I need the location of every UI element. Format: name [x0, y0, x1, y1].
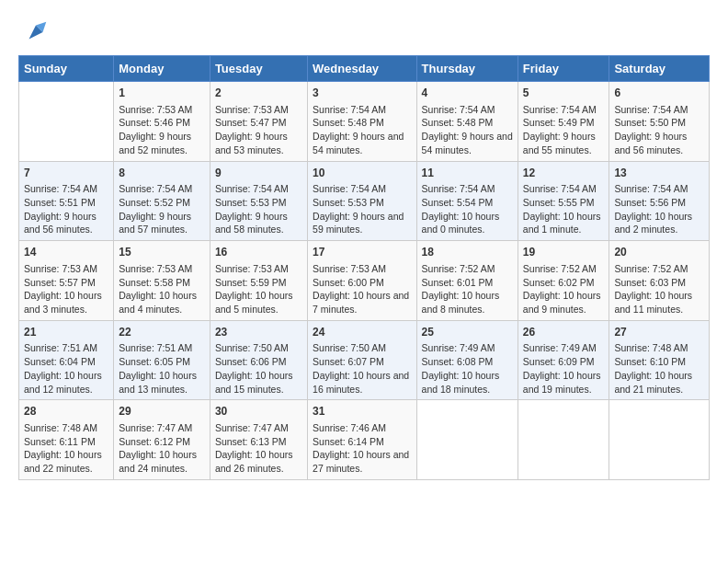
day-number: 13 [614, 166, 704, 181]
cell-content: Sunrise: 7:54 AMSunset: 5:48 PMDaylight:… [422, 103, 513, 157]
calendar-cell: 2Sunrise: 7:53 AMSunset: 5:47 PMDaylight… [210, 82, 307, 162]
calendar-cell: 8Sunrise: 7:54 AMSunset: 5:52 PMDaylight… [114, 161, 210, 241]
calendar-cell: 16Sunrise: 7:53 AMSunset: 5:59 PMDayligh… [210, 241, 307, 321]
week-row-2: 7Sunrise: 7:54 AMSunset: 5:51 PMDaylight… [19, 161, 710, 241]
day-number: 27 [614, 325, 704, 340]
calendar-table: SundayMondayTuesdayWednesdayThursdayFrid… [18, 55, 710, 480]
cell-content: Sunrise: 7:52 AMSunset: 6:01 PMDaylight:… [422, 262, 513, 316]
week-row-3: 14Sunrise: 7:53 AMSunset: 5:57 PMDayligh… [19, 241, 710, 321]
day-number: 6 [614, 86, 704, 101]
day-number: 2 [215, 86, 302, 101]
calendar-cell: 17Sunrise: 7:53 AMSunset: 6:00 PMDayligh… [308, 241, 416, 321]
calendar-cell: 21Sunrise: 7:51 AMSunset: 6:04 PMDayligh… [19, 320, 114, 400]
day-number: 31 [313, 404, 411, 419]
day-number: 16 [215, 245, 302, 260]
cell-content: Sunrise: 7:50 AMSunset: 6:07 PMDaylight:… [313, 341, 411, 396]
day-number: 18 [422, 245, 513, 260]
calendar-cell: 11Sunrise: 7:54 AMSunset: 5:54 PMDayligh… [416, 161, 518, 241]
cell-content: Sunrise: 7:48 AMSunset: 6:10 PMDaylight:… [614, 341, 704, 396]
cell-content: Sunrise: 7:50 AMSunset: 6:06 PMDaylight:… [215, 341, 302, 396]
week-row-4: 21Sunrise: 7:51 AMSunset: 6:04 PMDayligh… [19, 320, 710, 400]
calendar-cell: 22Sunrise: 7:51 AMSunset: 6:05 PMDayligh… [114, 320, 210, 400]
header-monday: Monday [114, 56, 210, 82]
cell-content: Sunrise: 7:52 AMSunset: 6:02 PMDaylight:… [523, 262, 605, 316]
cell-content: Sunrise: 7:54 AMSunset: 5:53 PMDaylight:… [215, 182, 302, 236]
cell-content: Sunrise: 7:54 AMSunset: 5:54 PMDaylight:… [422, 182, 513, 236]
cell-content: Sunrise: 7:53 AMSunset: 6:00 PMDaylight:… [313, 262, 411, 316]
cell-content: Sunrise: 7:54 AMSunset: 5:53 PMDaylight:… [313, 182, 411, 236]
day-number: 29 [119, 404, 205, 419]
calendar-cell [609, 400, 710, 480]
cell-content: Sunrise: 7:53 AMSunset: 5:58 PMDaylight:… [119, 262, 205, 316]
calendar-cell: 24Sunrise: 7:50 AMSunset: 6:07 PMDayligh… [308, 320, 416, 400]
calendar-cell: 27Sunrise: 7:48 AMSunset: 6:10 PMDayligh… [609, 320, 710, 400]
cell-content: Sunrise: 7:53 AMSunset: 5:47 PMDaylight:… [215, 103, 302, 157]
cell-content: Sunrise: 7:54 AMSunset: 5:50 PMDaylight:… [614, 103, 704, 157]
cell-content: Sunrise: 7:54 AMSunset: 5:52 PMDaylight:… [119, 182, 205, 236]
cell-content: Sunrise: 7:47 AMSunset: 6:13 PMDaylight:… [215, 421, 302, 476]
calendar-cell: 12Sunrise: 7:54 AMSunset: 5:55 PMDayligh… [518, 161, 609, 241]
day-number: 25 [422, 325, 513, 340]
calendar-cell: 30Sunrise: 7:47 AMSunset: 6:13 PMDayligh… [210, 400, 307, 480]
week-row-1: 1Sunrise: 7:53 AMSunset: 5:46 PMDaylight… [19, 82, 710, 162]
calendar-cell: 31Sunrise: 7:46 AMSunset: 6:14 PMDayligh… [308, 400, 416, 480]
day-number: 1 [119, 86, 205, 101]
calendar-cell: 19Sunrise: 7:52 AMSunset: 6:02 PMDayligh… [518, 241, 609, 321]
day-number: 15 [119, 245, 205, 260]
calendar-cell [416, 400, 518, 480]
calendar-cell: 14Sunrise: 7:53 AMSunset: 5:57 PMDayligh… [19, 241, 114, 321]
calendar-cell: 26Sunrise: 7:49 AMSunset: 6:09 PMDayligh… [518, 320, 609, 400]
day-number: 28 [24, 404, 108, 419]
day-number: 9 [215, 166, 302, 181]
logo-bird-icon [22, 18, 50, 46]
day-number: 7 [24, 166, 108, 181]
page-header [18, 18, 710, 46]
cell-content: Sunrise: 7:51 AMSunset: 6:04 PMDaylight:… [24, 341, 108, 396]
calendar-header-row: SundayMondayTuesdayWednesdayThursdayFrid… [19, 56, 710, 82]
cell-content: Sunrise: 7:54 AMSunset: 5:49 PMDaylight:… [523, 103, 605, 157]
calendar-cell: 1Sunrise: 7:53 AMSunset: 5:46 PMDaylight… [114, 82, 210, 162]
calendar-cell: 6Sunrise: 7:54 AMSunset: 5:50 PMDaylight… [609, 82, 710, 162]
day-number: 19 [523, 245, 605, 260]
cell-content: Sunrise: 7:48 AMSunset: 6:11 PMDaylight:… [24, 421, 108, 476]
cell-content: Sunrise: 7:51 AMSunset: 6:05 PMDaylight:… [119, 341, 205, 396]
calendar-cell: 4Sunrise: 7:54 AMSunset: 5:48 PMDaylight… [416, 82, 518, 162]
calendar-cell [518, 400, 609, 480]
header-wednesday: Wednesday [308, 56, 416, 82]
day-number: 5 [523, 86, 605, 101]
calendar-cell: 10Sunrise: 7:54 AMSunset: 5:53 PMDayligh… [308, 161, 416, 241]
day-number: 30 [215, 404, 302, 419]
calendar-cell: 28Sunrise: 7:48 AMSunset: 6:11 PMDayligh… [19, 400, 114, 480]
cell-content: Sunrise: 7:46 AMSunset: 6:14 PMDaylight:… [313, 421, 411, 476]
day-number: 22 [119, 325, 205, 340]
day-number: 12 [523, 166, 605, 181]
day-number: 17 [313, 245, 411, 260]
header-saturday: Saturday [609, 56, 710, 82]
calendar-cell: 25Sunrise: 7:49 AMSunset: 6:08 PMDayligh… [416, 320, 518, 400]
calendar-cell: 3Sunrise: 7:54 AMSunset: 5:48 PMDaylight… [308, 82, 416, 162]
cell-content: Sunrise: 7:47 AMSunset: 6:12 PMDaylight:… [119, 421, 205, 476]
calendar-cell: 23Sunrise: 7:50 AMSunset: 6:06 PMDayligh… [210, 320, 307, 400]
day-number: 24 [313, 325, 411, 340]
calendar-cell: 20Sunrise: 7:52 AMSunset: 6:03 PMDayligh… [609, 241, 710, 321]
day-number: 3 [313, 86, 411, 101]
week-row-5: 28Sunrise: 7:48 AMSunset: 6:11 PMDayligh… [19, 400, 710, 480]
calendar-cell: 29Sunrise: 7:47 AMSunset: 6:12 PMDayligh… [114, 400, 210, 480]
header-sunday: Sunday [19, 56, 114, 82]
day-number: 8 [119, 166, 205, 181]
cell-content: Sunrise: 7:54 AMSunset: 5:51 PMDaylight:… [24, 182, 108, 236]
cell-content: Sunrise: 7:52 AMSunset: 6:03 PMDaylight:… [614, 262, 704, 316]
cell-content: Sunrise: 7:49 AMSunset: 6:09 PMDaylight:… [523, 341, 605, 396]
calendar-cell: 5Sunrise: 7:54 AMSunset: 5:49 PMDaylight… [518, 82, 609, 162]
header-friday: Friday [518, 56, 609, 82]
logo [18, 18, 50, 46]
cell-content: Sunrise: 7:53 AMSunset: 5:59 PMDaylight:… [215, 262, 302, 316]
day-number: 14 [24, 245, 108, 260]
day-number: 23 [215, 325, 302, 340]
day-number: 21 [24, 325, 108, 340]
day-number: 26 [523, 325, 605, 340]
calendar-cell: 18Sunrise: 7:52 AMSunset: 6:01 PMDayligh… [416, 241, 518, 321]
day-number: 20 [614, 245, 704, 260]
cell-content: Sunrise: 7:54 AMSunset: 5:55 PMDaylight:… [523, 182, 605, 236]
day-number: 10 [313, 166, 411, 181]
